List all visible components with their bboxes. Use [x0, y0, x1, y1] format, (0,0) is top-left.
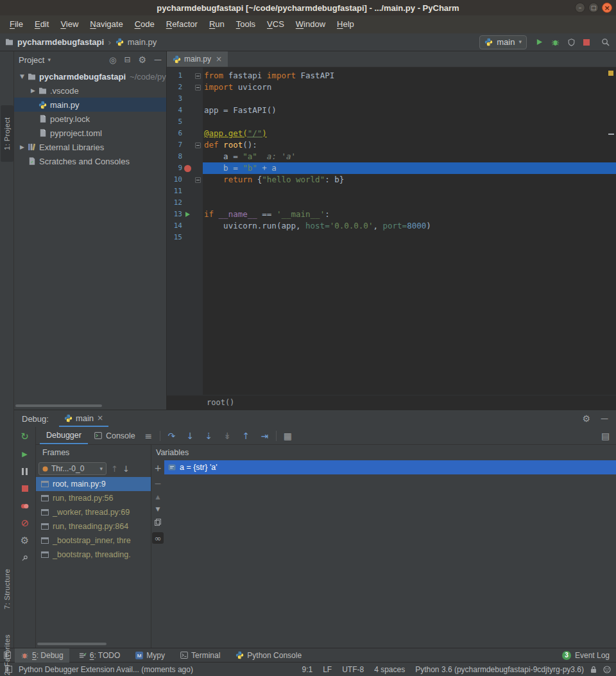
move-up-icon[interactable]: ▲ [156, 494, 160, 500]
fold-slot[interactable] [193, 105, 203, 116]
tree-expanded-arrow-icon[interactable]: ▼ [18, 73, 26, 80]
status-widget-4-spaces[interactable]: 4 spaces [374, 665, 405, 674]
play-icon[interactable] [536, 39, 543, 46]
mute-breakpoints-icon[interactable] [19, 517, 31, 530]
menu-item-tools[interactable]: Tools [230, 15, 261, 33]
layout-settings-icon[interactable]: ▤ [599, 429, 612, 442]
code-line-5[interactable]: 5 [167, 116, 616, 128]
fold-slot[interactable] [193, 151, 203, 162]
code-line-6[interactable]: 6@app.get("/") [167, 128, 616, 139]
gear-icon[interactable]: ⚙ [582, 414, 590, 423]
search-icon[interactable] [601, 38, 610, 46]
step-into-my-code-icon[interactable]: ⇣ [202, 429, 216, 442]
step-into-icon[interactable]: ↓ [184, 429, 197, 442]
gutter-mark-slot[interactable] [182, 116, 193, 128]
next-frame-icon[interactable]: ↓ [123, 465, 130, 473]
code-line-1[interactable]: 1from fastapi import FastAPI [167, 70, 616, 82]
tree-item-external-libraries[interactable]: ▶External Libraries [14, 140, 166, 154]
settings-icon[interactable]: ⚙ [138, 55, 146, 64]
code-line-13[interactable]: 13if __name__ == '__main__': [167, 209, 616, 220]
gutter[interactable]: 2 [167, 82, 203, 93]
chevron-down-icon[interactable]: ▾ [47, 57, 51, 63]
force-step-into-icon[interactable]: ↡ [221, 429, 234, 442]
stripe-favorites[interactable]: 2: Favorites [1, 623, 13, 676]
project-horizontal-scrollbar[interactable] [15, 403, 165, 408]
hide-icon[interactable]: — [154, 56, 162, 64]
stop-icon[interactable] [19, 482, 31, 495]
gutter-mark-slot[interactable] [182, 162, 193, 174]
fold-slot[interactable] [193, 209, 203, 220]
run-to-cursor-icon[interactable]: ⇥ [258, 429, 271, 442]
gutter-mark-slot[interactable] [182, 151, 193, 162]
fold-slot[interactable] [193, 174, 203, 186]
code-line-9[interactable]: 9 b = "b" + a [167, 162, 616, 174]
code-line-14[interactable]: 14 uvicorn.run(app, host='0.0.0.0', port… [167, 220, 616, 232]
gutter-mark-slot[interactable] [182, 105, 193, 116]
gutter[interactable]: 3 [167, 93, 203, 105]
status-message[interactable]: Python Debugger Extension Avail... (mome… [19, 665, 193, 674]
gutter[interactable]: 14 [167, 220, 203, 232]
run-line-icon[interactable] [185, 212, 190, 217]
fold-slot[interactable] [193, 232, 203, 243]
gutter-mark-slot[interactable] [182, 186, 193, 197]
copy-icon[interactable] [155, 519, 161, 526]
fold-slot[interactable] [193, 186, 203, 197]
debug-tab-close-icon[interactable]: × [97, 414, 103, 422]
event-log-button[interactable]: 3 Event Log [562, 651, 612, 660]
gutter[interactable]: 10 [167, 174, 203, 186]
code-line-8[interactable]: 8 a = "a" a: 'a' [167, 151, 616, 162]
gutter[interactable]: 12 [167, 197, 203, 209]
coverage-icon[interactable] [568, 39, 575, 46]
fold-icon[interactable] [195, 177, 201, 183]
fold-slot[interactable] [193, 220, 203, 232]
tab-close-icon[interactable]: × [216, 55, 222, 63]
hide-panel-icon[interactable]: — [601, 415, 608, 422]
code-line-3[interactable]: 3 [167, 93, 616, 105]
tree-item-pycharmdebugfastapi[interactable]: ▼pycharmdebugfastapi~/code/pycharmdebugf… [14, 69, 166, 83]
toolwindow-button-6-todo[interactable]: 6: TODO [73, 648, 126, 663]
code-line-12[interactable]: 12 [167, 197, 616, 209]
locate-icon[interactable]: ◎ [109, 56, 116, 64]
thread-selector[interactable]: Thr...-0_0 ▾ [38, 462, 107, 475]
restore-layout-icon[interactable]: ≡ [142, 429, 155, 442]
menu-item-vcs[interactable]: VCS [261, 15, 290, 33]
code-line-2[interactable]: 2import uvicorn [167, 82, 616, 93]
gutter[interactable]: 7 [167, 139, 203, 151]
pause-icon[interactable] [19, 465, 31, 478]
menu-item-view[interactable]: View [55, 15, 84, 33]
frame-worker-thread-py-69[interactable]: _worker, thread.py:69 [36, 505, 151, 519]
maximize-icon[interactable]: □ [588, 3, 599, 13]
move-down-icon[interactable]: ▼ [156, 507, 160, 512]
gutter-mark-slot[interactable] [182, 82, 193, 93]
tree-item-pyproject-toml[interactable]: pyproject.toml [14, 126, 166, 140]
fold-slot[interactable] [193, 116, 203, 128]
toolwindow-button-5-debug[interactable]: 5: Debug [15, 648, 69, 663]
gutter-mark-slot[interactable] [182, 197, 193, 209]
code-line-10[interactable]: 10 return {"hello world": b} [167, 174, 616, 186]
step-out-icon[interactable]: ↑ [239, 429, 253, 442]
settings-icon[interactable]: ⚙ [19, 534, 31, 547]
bug-icon[interactable] [551, 39, 560, 46]
gutter[interactable]: 8 [167, 151, 203, 162]
menu-item-window[interactable]: Window [290, 15, 331, 33]
gutter-mark-slot[interactable] [182, 232, 193, 243]
stripe-project[interactable]: 1: Project [1, 105, 13, 162]
fold-slot[interactable] [193, 82, 203, 93]
fold-slot[interactable] [193, 162, 203, 174]
inspection-status-icon[interactable] [608, 71, 613, 76]
step-over-icon[interactable]: ↷ [165, 429, 178, 442]
code-line-15[interactable]: 15 [167, 232, 616, 243]
gutter-mark-slot[interactable] [182, 174, 193, 186]
menu-item-help[interactable]: Help [331, 15, 360, 33]
evaluate-expression-icon[interactable]: ▦ [281, 429, 295, 442]
breadcrumb-project[interactable]: pycharmdebugfastapi [17, 37, 104, 47]
frame-run-thread-py-56[interactable]: run, thread.py:56 [36, 491, 151, 505]
infinity-icon[interactable]: ∞ [152, 532, 164, 544]
hector-icon[interactable] [603, 666, 611, 673]
gutter[interactable]: 4 [167, 105, 203, 116]
rerun-icon[interactable]: ↻ [19, 430, 31, 443]
previous-frame-icon[interactable]: ↑ [111, 465, 118, 473]
toolwindow-button-python-console[interactable]: Python Console [230, 648, 307, 663]
tree-collapsed-arrow-icon[interactable]: ▶ [29, 87, 37, 94]
frames-horizontal-scrollbar[interactable] [37, 641, 150, 646]
